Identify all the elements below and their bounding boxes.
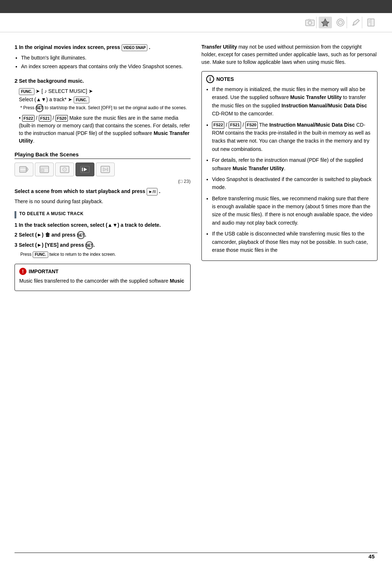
playback-instruction: Select a scene from which to start playb…: [15, 188, 191, 196]
step-1-block: 1 In the original movies index screen, p…: [15, 43, 191, 70]
step2-footnote: * Press SET to start/stop the track. Sel…: [20, 104, 191, 112]
left-column: 1 In the original movies index screen, p…: [15, 43, 191, 291]
step2-title: Set the background music.: [19, 78, 84, 84]
func-key-2: FUNC.: [74, 97, 89, 103]
fs20-badge: FS20: [56, 115, 68, 122]
camera-icon: [303, 17, 317, 28]
no-sound-note: There is no sound during fast playback.: [15, 198, 191, 205]
important-text: Music files transferred to the camcorder…: [19, 277, 186, 285]
set-key-3: SET: [85, 241, 93, 249]
delete-step3: 3 Select (►) [YES] and press SET.: [15, 241, 191, 249]
fs22-badge-r: FS22: [212, 122, 224, 129]
step2-number: 2: [15, 78, 17, 84]
svg-rect-11: [20, 167, 26, 172]
snapshot-icon-cell: [35, 163, 54, 176]
notes-bullet4: Video Snapshot is deactivated if the cam…: [212, 175, 373, 192]
edit-icon: [349, 17, 362, 28]
func-key-1: FUNC.: [19, 88, 34, 95]
playback-active-icon-cell: [75, 163, 94, 176]
circle-record-icon: [334, 17, 347, 28]
set-key-2: SET: [77, 231, 85, 239]
highlight-icon: [319, 17, 332, 28]
step1-bullet2: An index screen appears that contains on…: [21, 62, 191, 70]
fs21-badge: FS21: [39, 115, 51, 122]
movie-icon-cell: [15, 163, 33, 176]
top-bar: [0, 0, 392, 13]
set-key-footnote: SET: [36, 104, 44, 112]
delete-header: TO DELETE A MUSIC TRACK: [15, 211, 191, 218]
svg-rect-2: [308, 19, 310, 20]
notes-box: i NOTES If the memory is initialized, th…: [201, 71, 377, 261]
notes-bullet3: For details, refer to the instruction ma…: [212, 156, 373, 172]
important-box: ! IMPORTANT Music files transferred to t…: [15, 264, 191, 291]
extra-icon-cell: [96, 163, 115, 176]
notes-bullet1: If the memory is initialized, the music …: [212, 85, 373, 118]
svg-marker-12: [27, 167, 28, 172]
step-2-block: 2 Set the background music. FUNC. ➤ [ ♪ …: [15, 77, 191, 145]
svg-rect-17: [41, 169, 44, 172]
transfer-utility-text: Transfer Utility may not be used without…: [201, 43, 377, 66]
book-icon: [364, 17, 377, 28]
step1-bullet1: The button's light illuminates.: [21, 54, 191, 62]
important-title: IMPORTANT: [29, 268, 58, 274]
page-ref: (□ 23): [15, 178, 191, 185]
playing-back-header: Playing Back the Scenes: [15, 151, 191, 159]
delete-step1: 1 In the track selection screen, select …: [15, 221, 191, 229]
delete-step3-sub: Press FUNC. twice to return to the index…: [20, 251, 191, 258]
important-header: ! IMPORTANT: [19, 268, 186, 275]
notes-bullet5: Before transferring music files, we reco…: [212, 194, 373, 227]
blue-bar: [15, 211, 16, 218]
step1-title: In the original movies index screen, pre…: [19, 44, 121, 50]
icon-bar: [0, 13, 392, 32]
notes-header: i NOTES: [206, 75, 373, 83]
music-note-icon: ♪: [44, 88, 47, 94]
step1-period: .: [149, 44, 150, 50]
up-down-icon: ▲▼: [107, 222, 118, 228]
bottom-line: [15, 553, 377, 553]
fs22-badge: FS22: [22, 115, 34, 122]
step2-select-track: Select (▲▼) a track* ➤ FUNC.: [19, 96, 191, 103]
delete-step2: 2 Select (►) 🗑 and press SET.: [15, 231, 191, 239]
svg-point-20: [64, 169, 65, 170]
svg-marker-3: [322, 19, 329, 26]
delete-section: TO DELETE A MUSIC TRACK 1 In the track s…: [15, 211, 191, 258]
notes-list: If the memory is initialized, the music …: [212, 85, 373, 254]
page-number: 45: [368, 553, 375, 559]
important-icon: !: [19, 268, 26, 275]
notes-title: NOTES: [216, 76, 234, 82]
notes-bullet6: If the USB cable is disconnected while t…: [212, 230, 373, 254]
func-key-return: FUNC.: [33, 251, 48, 258]
notes-bullet2: FS22 / FS21 / FS20 The Instruction Manua…: [212, 121, 373, 153]
playing-back-section: Playing Back the Scenes: [15, 151, 191, 205]
step2-func-sequence: FUNC. ➤ [ ♪ SELECT MUSIC] ➤: [19, 87, 191, 95]
playback-icon-row: [15, 163, 191, 176]
fs20-badge-r: FS20: [245, 122, 258, 129]
play-pause-btn: ►/II: [147, 188, 158, 196]
video-snap-key: VIDEO SNAP: [122, 44, 148, 51]
notes-icon: i: [206, 75, 214, 83]
delete-title: TO DELETE A MUSIC TRACK: [19, 211, 83, 218]
up-down-arrow: ▲▼: [36, 97, 46, 102]
main-content: 1 In the original movies index screen, p…: [0, 32, 392, 302]
step1-bullets: The button's light illuminates. An index…: [21, 54, 191, 71]
right-column: Transfer Utility may not be used without…: [201, 43, 377, 291]
step1-number: 1: [15, 44, 17, 50]
fs21-badge-r: FS21: [229, 122, 241, 129]
photo-icon-cell: [55, 163, 74, 176]
svg-point-5: [338, 20, 343, 25]
step2-model-note: • FS22 / FS21 / FS20 Make sure the music…: [19, 114, 191, 145]
